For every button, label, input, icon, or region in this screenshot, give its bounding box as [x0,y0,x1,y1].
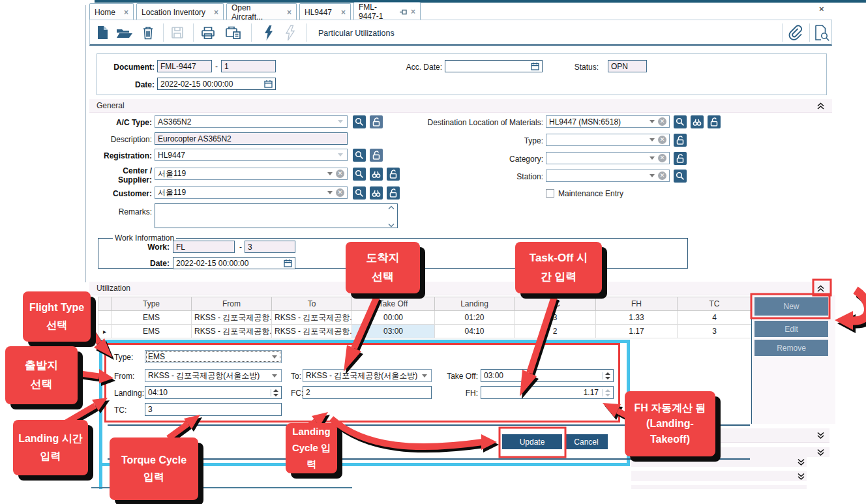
customer-search-button[interactable] [353,186,366,200]
update-button[interactable]: Update [502,434,562,449]
category-unlock-button[interactable] [674,152,687,165]
chevron-down-icon[interactable] [327,191,333,194]
customer-unlock-button[interactable] [387,186,400,200]
table-row[interactable]: EMS RKSS - 김포국제공항... RKSS - 김포국제공항... 00… [98,311,752,325]
tab-close-icon[interactable]: × [411,7,415,16]
clear-icon[interactable]: ✕ [658,154,666,162]
col-takeoff[interactable]: Take Off [352,297,435,311]
station-dropdown[interactable]: ✕ [546,170,670,182]
date-field[interactable]: 2022-02-15 00:00:00 [157,78,276,90]
chevron-down-icon[interactable] [338,153,343,156]
ac-type-search-button[interactable] [353,115,366,128]
station-search-button[interactable] [674,170,687,183]
open-folder-icon[interactable] [116,27,133,38]
clear-icon[interactable]: ✕ [658,117,666,126]
clear-icon[interactable]: ✕ [336,188,344,197]
type-unlock-button[interactable] [674,134,687,147]
tab-hl9447[interactable]: HL9447 × [299,3,351,21]
panel-collapse-down-icon[interactable] [816,448,825,456]
document-no-field[interactable]: FML-9447 [157,60,212,72]
window-close-icon[interactable]: × [819,4,824,14]
panel-collapse-down-icon[interactable] [797,472,805,481]
acc-date-field[interactable] [445,60,543,72]
panel-collapse-down-icon[interactable] [816,431,825,439]
spinner[interactable] [271,389,278,396]
utilization-collapse-icon[interactable] [816,284,825,293]
scroll-up-icon[interactable] [388,205,395,210]
chevron-down-icon[interactable] [338,120,343,123]
col-from[interactable]: From [192,297,272,311]
save-icon[interactable] [171,26,184,39]
document-seq-field[interactable]: 1 [221,60,276,72]
col-fc[interactable]: FC [515,297,596,311]
center-supplier-find-button[interactable] [370,168,383,181]
category-dropdown[interactable]: ✕ [546,152,670,164]
clear-icon[interactable]: ✕ [336,170,344,178]
dest-location-dropdown[interactable]: HL9447 (MSN:6518) ✕ [546,115,670,128]
pin-icon[interactable] [400,9,407,15]
tab-location-inventory[interactable]: Location Inventory × [136,3,224,21]
chevron-down-icon[interactable] [327,172,333,175]
dest-find-button[interactable] [691,115,704,128]
print-preview-icon[interactable] [225,26,241,39]
form-landing-input[interactable]: 04:10 [145,386,282,399]
form-to-dropdown[interactable]: RKSS - 김포국제공항(서울소방) [303,369,432,382]
attachment-icon[interactable] [787,25,803,41]
col-type[interactable]: Type [112,297,192,311]
calendar-icon[interactable] [531,62,539,70]
remove-button[interactable]: Remove [754,340,828,356]
tab-close-icon[interactable]: × [341,8,346,17]
remarks-textarea[interactable] [155,203,398,228]
calendar-icon[interactable] [284,259,292,267]
tab-close-icon[interactable]: × [214,8,218,17]
tab-fml-9447-1[interactable]: FML-9447-1 × [353,2,421,21]
customer-find-button[interactable] [370,186,383,200]
chevron-down-icon[interactable] [272,355,277,359]
col-landing[interactable]: Landing [435,297,515,311]
general-collapse-icon[interactable] [816,102,825,110]
ac-type-dropdown[interactable]: AS365N2 [155,115,348,128]
new-document-icon[interactable] [97,25,109,40]
center-supplier-unlock-button[interactable] [387,168,400,181]
chevron-down-icon[interactable] [272,374,277,378]
dest-search-button[interactable] [674,115,687,128]
tab-home[interactable]: Home × [89,3,134,21]
new-button[interactable]: New [754,297,828,316]
print-icon[interactable] [201,26,215,39]
registration-search-button[interactable] [353,149,366,162]
chevron-down-icon[interactable] [422,374,427,378]
customer-dropdown[interactable]: 서울119 ✕ [155,186,348,199]
registration-dropdown[interactable]: HL9447 [155,149,348,161]
chevron-down-icon[interactable] [650,174,655,177]
form-type-dropdown[interactable]: EMS [145,350,282,363]
dest-unlock-button[interactable] [708,115,721,128]
form-tc-input[interactable]: 3 [145,403,282,416]
run-icon[interactable] [264,25,273,41]
table-row-selected[interactable]: ▸ EMS RKSS - 김포국제공항... RKSS - 김포국제공항... … [98,325,752,338]
panel-collapse-down-icon[interactable] [797,458,805,466]
form-fc-input[interactable]: 2 [303,386,432,399]
col-to[interactable]: To [272,297,352,311]
calendar-icon[interactable] [264,80,273,88]
center-supplier-search-button[interactable] [353,168,366,181]
form-takeoff-input[interactable]: 03:00 [481,369,614,382]
center-supplier-dropdown[interactable]: 서울119 ✕ [155,168,348,180]
form-from-dropdown[interactable]: RKSS - 김포국제공항(서울소방) [145,369,282,382]
col-tc[interactable]: TC [678,297,752,311]
ac-type-unlock-button[interactable] [370,115,383,128]
spinner[interactable] [603,372,610,379]
tab-close-icon[interactable]: × [287,8,291,17]
work-date-field[interactable]: 2022-02-15 00:00:00 [173,257,295,269]
tab-close-icon[interactable]: × [124,8,128,17]
edit-button[interactable]: Edit [754,321,828,337]
type-dropdown[interactable]: ✕ [546,134,670,146]
scroll-down-icon[interactable] [388,223,395,228]
cancel-button[interactable]: Cancel [565,434,608,449]
tab-open-aircraft[interactable]: Open Aircraft... × [226,3,297,21]
maintenance-entry-checkbox[interactable] [546,189,554,198]
document-preview-icon[interactable] [814,25,829,41]
clear-icon[interactable]: ✕ [658,171,666,180]
clear-icon[interactable]: ✕ [658,136,666,144]
chevron-down-icon[interactable] [650,120,655,123]
chevron-down-icon[interactable] [650,156,655,160]
